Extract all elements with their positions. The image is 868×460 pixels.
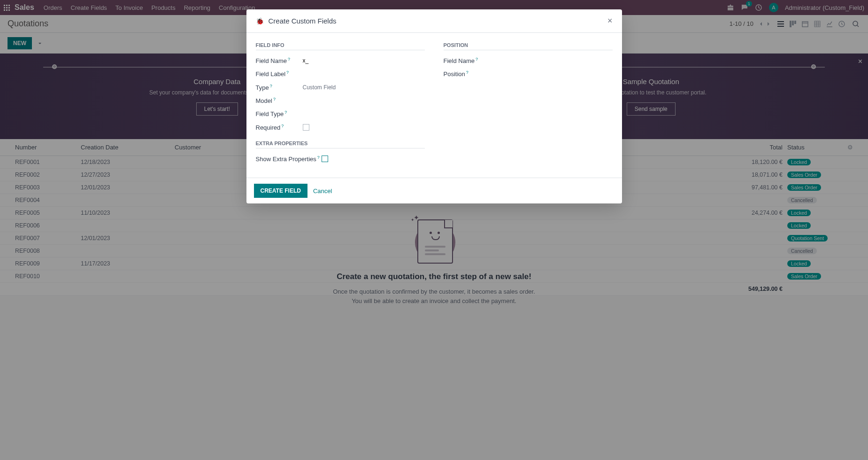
input-field-type[interactable] (303, 110, 425, 117)
help-icon[interactable]: ? (284, 110, 287, 115)
help-icon[interactable]: ? (270, 84, 272, 88)
section-position: POSITION (444, 42, 613, 50)
cancel-link[interactable]: Cancel (313, 187, 332, 195)
input-field-name[interactable] (303, 57, 425, 64)
section-field-info: FIELD INFO (256, 42, 425, 50)
label-field-name: Field Name (256, 57, 287, 64)
label-field-label: Field Label (256, 71, 286, 78)
modal-title: Create Custom Fields (269, 17, 337, 25)
input-pos-field-name[interactable] (491, 57, 613, 64)
help-icon[interactable]: ? (281, 124, 284, 128)
label-type: Type (256, 84, 269, 91)
label-show-extra: Show Extra Properties (256, 156, 316, 163)
help-icon[interactable]: ? (317, 155, 320, 160)
label-required: Required (256, 124, 281, 131)
label-field-type: Field Type (256, 111, 284, 118)
help-icon[interactable]: ? (273, 97, 276, 101)
input-position[interactable] (491, 70, 613, 78)
checkbox-required[interactable] (303, 124, 309, 131)
section-extra: EXTRA PROPERTIES (256, 140, 425, 148)
help-icon[interactable]: ? (288, 57, 290, 62)
create-custom-fields-modal: 🐞 Create Custom Fields × FIELD INFO Fiel… (246, 9, 622, 203)
checkbox-show-extra[interactable] (322, 156, 328, 162)
label-position: Position (444, 71, 465, 78)
input-model[interactable] (303, 97, 425, 104)
help-icon[interactable]: ? (286, 70, 289, 75)
label-model: Model (256, 97, 272, 104)
help-icon[interactable]: ? (476, 57, 478, 62)
bug-icon: 🐞 (256, 17, 264, 25)
create-field-button[interactable]: CREATE FIELD (254, 184, 307, 198)
label-pos-field-name: Field Name (444, 57, 475, 64)
input-field-label[interactable] (303, 70, 425, 78)
value-type: Custom Field (303, 84, 425, 91)
help-icon[interactable]: ? (466, 70, 469, 75)
modal-close-icon[interactable]: × (607, 16, 613, 26)
